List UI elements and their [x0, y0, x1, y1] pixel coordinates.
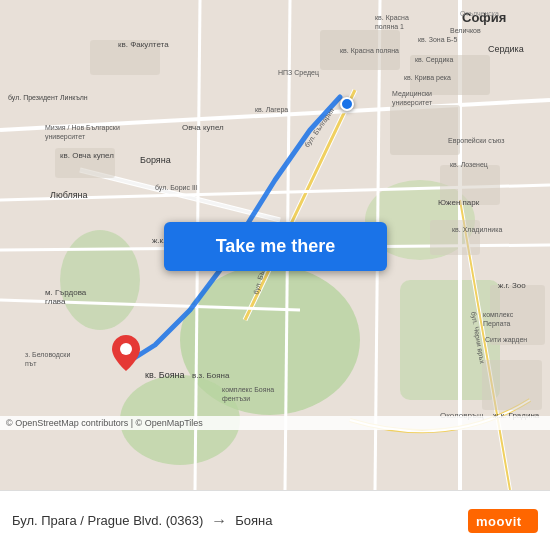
start-location-dot [340, 97, 354, 111]
svg-rect-28 [482, 360, 542, 410]
svg-text:бул. Борис III: бул. Борис III [155, 184, 198, 192]
svg-text:Отълченска: Отълченска [460, 10, 499, 17]
svg-text:Южен парк: Южен парк [438, 198, 480, 207]
route-info: Бул. Прага / Prague Blvd. (0363) → Бояна [12, 512, 468, 530]
svg-text:Сити жарден: Сити жарден [485, 336, 527, 344]
svg-text:Сердика: Сердика [488, 44, 524, 54]
to-stop-label: Бояна [235, 513, 272, 528]
svg-text:в.з. Бояна: в.з. Бояна [192, 371, 230, 380]
svg-text:Любляна: Любляна [50, 190, 88, 200]
svg-text:з. Беловодски: з. Беловодски [25, 351, 70, 359]
svg-text:път: път [25, 360, 37, 367]
moovit-logo: moovit [468, 509, 538, 533]
svg-point-4 [60, 230, 140, 330]
svg-text:кв. Лозенец: кв. Лозенец [450, 161, 488, 169]
svg-text:Европейски съюз: Европейски съюз [448, 137, 505, 145]
svg-text:ж.г. Зоо: ж.г. Зоо [498, 281, 526, 290]
map-container: София кв. Факултета кв. Красна поляна 1 … [0, 0, 550, 490]
svg-text:поляна 1: поляна 1 [375, 23, 404, 30]
map-attribution: © OpenStreetMap contributors | © OpenMap… [0, 416, 550, 430]
svg-text:кв. Овча купел: кв. Овча купел [60, 151, 114, 160]
svg-text:кв. Зона Б-5: кв. Зона Б-5 [418, 36, 457, 43]
svg-text:Величков: Величков [450, 27, 481, 34]
svg-text:м. Гърдова: м. Гърдова [45, 288, 87, 297]
take-me-there-button[interactable]: Take me there [164, 222, 387, 271]
svg-rect-22 [390, 105, 460, 155]
bottom-bar: Бул. Прага / Prague Blvd. (0363) → Бояна… [0, 490, 550, 550]
svg-point-76 [120, 343, 132, 355]
svg-text:кв. Сердика: кв. Сердика [415, 56, 454, 64]
from-stop-label: Бул. Прага / Prague Blvd. (0363) [12, 513, 203, 528]
svg-text:кв. Лагера: кв. Лагера [255, 106, 288, 114]
svg-text:Мизия / Нов Български: Мизия / Нов Български [45, 124, 120, 132]
destination-pin [112, 335, 140, 371]
svg-text:Боряна: Боряна [140, 155, 171, 165]
svg-text:университет: университет [45, 133, 86, 141]
svg-text:Перлата: Перлата [483, 320, 511, 328]
svg-text:кв. Красна: кв. Красна [375, 14, 409, 22]
svg-text:кв. Красна поляна: кв. Красна поляна [340, 47, 399, 55]
svg-text:университет: университет [392, 99, 433, 107]
svg-text:Овча купел: Овча купел [182, 123, 224, 132]
svg-text:moovit: moovit [476, 514, 522, 529]
svg-text:бул. Президент Линкълн: бул. Президент Линкълн [8, 94, 88, 102]
svg-text:комплекс Бояна: комплекс Бояна [222, 386, 274, 393]
svg-text:комплекс: комплекс [483, 311, 514, 318]
moovit-logo-image: moovit [468, 509, 538, 533]
svg-text:кв. Бояна: кв. Бояна [145, 370, 184, 380]
svg-text:кв. Крива река: кв. Крива река [404, 74, 451, 82]
svg-text:фентъзи: фентъзи [222, 395, 250, 403]
svg-text:кв. Хладилника: кв. Хладилника [452, 226, 502, 234]
route-arrow-icon: → [211, 512, 227, 530]
svg-text:НПЗ Средец: НПЗ Средец [278, 69, 319, 77]
svg-text:глава: глава [45, 297, 66, 306]
svg-text:Медицински: Медицински [392, 90, 432, 98]
svg-text:кв. Факултета: кв. Факултета [118, 40, 169, 49]
